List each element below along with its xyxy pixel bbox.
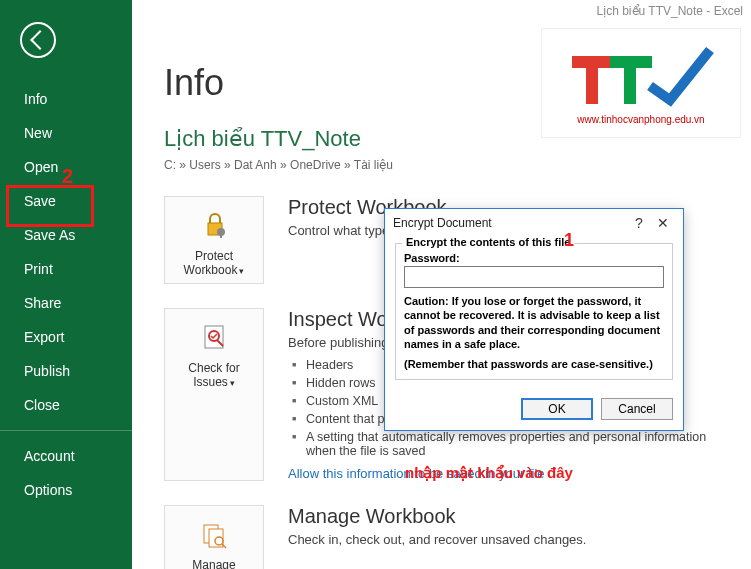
caution-text: Caution: If you lose or forget the passw… xyxy=(404,294,664,351)
sidebar-item-info[interactable]: Info xyxy=(0,82,132,116)
breadcrumb: C: » Users » Dat Anh » OneDrive » Tài li… xyxy=(164,158,751,172)
sidebar-item-share[interactable]: Share xyxy=(0,286,132,320)
group-legend: Encrypt the contents of this file xyxy=(402,236,574,248)
manage-tile-label: Manage xyxy=(192,558,235,569)
check-issues-tile[interactable]: Check for Issues▾ xyxy=(164,308,264,481)
dialog-titlebar: Encrypt Document ? ✕ xyxy=(385,209,683,237)
logo-image: www.tinhocvanphong.edu.vn xyxy=(541,28,741,138)
back-arrow-icon xyxy=(30,30,50,50)
annotation-number-2: 2 xyxy=(62,165,73,188)
annotation-box-save xyxy=(6,185,94,227)
sidebar-list: Info New Open Save Save As Print Share E… xyxy=(0,82,132,507)
protect-workbook-tile[interactable]: Protect Workbook▾ xyxy=(164,196,264,284)
sidebar-item-account[interactable]: Account xyxy=(0,439,132,473)
dialog-buttons: OK Cancel xyxy=(385,390,683,430)
svg-rect-6 xyxy=(220,232,222,238)
sidebar-item-close[interactable]: Close xyxy=(0,388,132,422)
allow-info-link[interactable]: Allow this information to be saved in yo… xyxy=(288,466,739,481)
svg-rect-3 xyxy=(624,56,636,104)
chevron-down-icon: ▾ xyxy=(239,266,244,276)
password-label: Password: xyxy=(404,252,664,264)
manage-icon xyxy=(169,516,259,552)
encrypt-dialog: Encrypt Document ? ✕ Encrypt the content… xyxy=(384,208,684,431)
remember-text: (Remember that passwords are case-sensit… xyxy=(404,357,664,371)
lock-icon xyxy=(169,207,259,243)
bullet-item: A setting that automatically removes pro… xyxy=(288,428,739,460)
manage-heading: Manage Workbook xyxy=(288,505,739,528)
back-button[interactable] xyxy=(20,22,56,58)
dialog-title: Encrypt Document xyxy=(393,216,627,230)
sidebar-item-new[interactable]: New xyxy=(0,116,132,150)
close-button[interactable]: ✕ xyxy=(651,215,675,231)
manage-body: Manage Workbook Check in, check out, and… xyxy=(288,505,751,569)
sidebar-item-print[interactable]: Print xyxy=(0,252,132,286)
encrypt-group: Encrypt the contents of this file 1 Pass… xyxy=(395,243,673,380)
sidebar-item-options[interactable]: Options xyxy=(0,473,132,507)
svg-rect-1 xyxy=(586,56,598,104)
cancel-button[interactable]: Cancel xyxy=(601,398,673,420)
ttv-logo-icon xyxy=(566,42,716,112)
manage-sub: Check in, check out, and recover unsaved… xyxy=(288,532,739,547)
annotation-number-1: 1 xyxy=(564,230,574,251)
manage-section: Manage Manage Workbook Check in, check o… xyxy=(164,505,751,569)
backstage-sidebar: Info New Open Save Save As Print Share E… xyxy=(0,0,132,569)
window-titlebar: Lịch biểu TTV_Note - Excel xyxy=(132,0,751,22)
chevron-down-icon: ▾ xyxy=(230,378,235,388)
sidebar-item-export[interactable]: Export xyxy=(0,320,132,354)
sidebar-item-publish[interactable]: Publish xyxy=(0,354,132,388)
logo-url: www.tinhocvanphong.edu.vn xyxy=(577,114,704,125)
manage-workbook-tile[interactable]: Manage xyxy=(164,505,264,569)
ok-button[interactable]: OK xyxy=(521,398,593,420)
help-button[interactable]: ? xyxy=(627,215,651,231)
protect-tile-label: Protect Workbook xyxy=(184,249,238,277)
sidebar-separator xyxy=(0,430,132,431)
password-input[interactable] xyxy=(404,266,664,288)
inspect-icon xyxy=(169,319,259,355)
